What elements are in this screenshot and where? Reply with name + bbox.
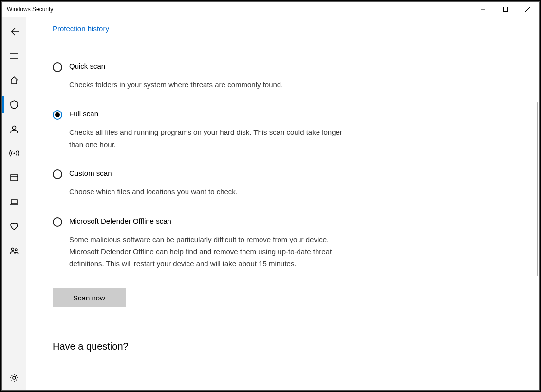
option-full-scan[interactable]: Full scan Checks all files and running p… bbox=[53, 110, 354, 151]
sidebar-family[interactable] bbox=[2, 239, 26, 263]
window-controls bbox=[472, 2, 539, 17]
option-custom-scan[interactable]: Custom scan Choose which files and locat… bbox=[53, 169, 354, 198]
sidebar-home[interactable] bbox=[2, 68, 26, 93]
back-arrow-icon bbox=[10, 27, 19, 36]
option-quick-scan[interactable]: Quick scan Checks folders in your system… bbox=[53, 62, 354, 91]
shield-icon bbox=[9, 100, 19, 110]
window-frame: Windows Security bbox=[1, 1, 540, 391]
person-icon bbox=[9, 124, 19, 134]
antenna-icon bbox=[9, 149, 19, 158]
minimize-button[interactable] bbox=[472, 2, 494, 17]
scan-options-group: Quick scan Checks folders in your system… bbox=[53, 62, 354, 270]
close-icon bbox=[525, 7, 530, 12]
protection-history-link[interactable]: Protection history bbox=[53, 24, 109, 33]
sidebar-device-security[interactable] bbox=[2, 190, 26, 214]
svg-rect-9 bbox=[11, 175, 18, 181]
maximize-icon bbox=[503, 7, 508, 12]
sidebar-device-health[interactable] bbox=[2, 214, 26, 239]
family-icon bbox=[9, 246, 19, 256]
have-a-question-heading: Have a question? bbox=[53, 341, 524, 352]
svg-point-7 bbox=[13, 126, 16, 130]
option-title: Quick scan bbox=[69, 62, 283, 70]
option-desc: Checks folders in your system where thre… bbox=[69, 79, 283, 91]
minimize-icon bbox=[481, 7, 485, 12]
gear-icon bbox=[9, 373, 19, 383]
option-title: Full scan bbox=[69, 110, 354, 118]
sidebar-settings[interactable] bbox=[2, 366, 26, 390]
svg-rect-11 bbox=[11, 200, 17, 204]
sidebar-account[interactable] bbox=[2, 117, 26, 141]
svg-point-14 bbox=[13, 376, 16, 379]
radio-full[interactable] bbox=[53, 110, 62, 120]
home-icon bbox=[9, 75, 19, 85]
option-desc: Some malicious software can be particula… bbox=[69, 234, 354, 270]
back-button[interactable] bbox=[2, 19, 26, 44]
sidebar bbox=[2, 17, 26, 390]
body: Protection history Quick scan Checks fol… bbox=[2, 17, 539, 390]
close-button[interactable] bbox=[517, 2, 539, 17]
radio-quick[interactable] bbox=[53, 62, 62, 72]
radio-offline[interactable] bbox=[53, 217, 62, 227]
hamburger-button[interactable] bbox=[2, 44, 26, 68]
scrollbar-thumb[interactable] bbox=[537, 102, 538, 276]
svg-rect-1 bbox=[504, 7, 508, 12]
hamburger-icon bbox=[9, 51, 19, 61]
titlebar: Windows Security bbox=[2, 2, 539, 17]
svg-point-12 bbox=[12, 248, 14, 251]
sidebar-app-browser[interactable] bbox=[2, 166, 26, 190]
sidebar-firewall[interactable] bbox=[2, 141, 26, 166]
main-content: Protection history Quick scan Checks fol… bbox=[26, 17, 539, 390]
window-title: Windows Security bbox=[7, 2, 53, 17]
option-desc: Checks all files and running programs on… bbox=[69, 127, 354, 151]
option-title: Custom scan bbox=[69, 169, 238, 177]
laptop-icon bbox=[9, 197, 19, 207]
radio-custom[interactable] bbox=[53, 169, 62, 179]
maximize-button[interactable] bbox=[494, 2, 517, 17]
option-offline-scan[interactable]: Microsoft Defender Offline scan Some mal… bbox=[53, 217, 354, 270]
svg-point-8 bbox=[14, 153, 15, 154]
svg-point-13 bbox=[15, 249, 17, 251]
heart-icon bbox=[9, 222, 19, 231]
scan-now-button[interactable]: Scan now bbox=[53, 288, 126, 307]
sidebar-virus[interactable] bbox=[2, 93, 26, 117]
option-title: Microsoft Defender Offline scan bbox=[69, 217, 354, 225]
window-icon bbox=[9, 173, 19, 183]
option-desc: Choose which files and locations you wan… bbox=[69, 186, 238, 198]
